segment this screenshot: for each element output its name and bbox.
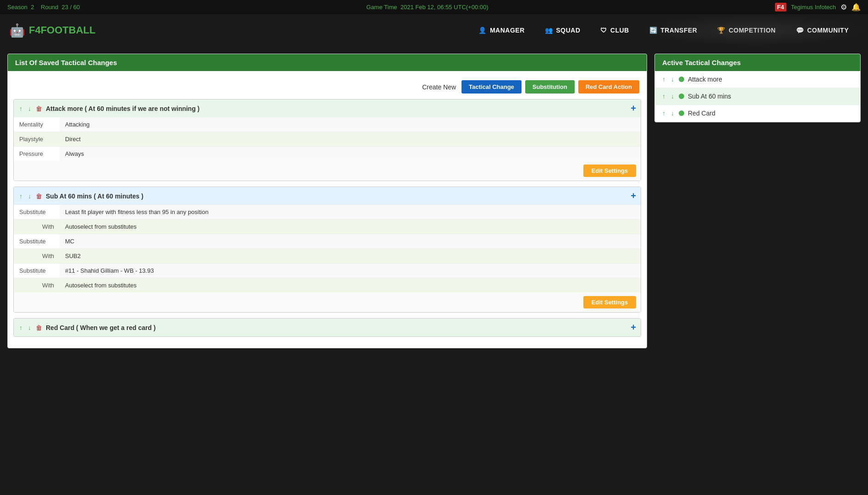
expand-sub60[interactable] [631, 191, 636, 201]
nav-items: 👤 MANAGER 👥 SQUAD 🛡 CLUB 🔄 TRANSFER 🏆 CO… [468, 14, 859, 46]
label-playstyle: Playstyle [14, 132, 60, 147]
settings-table-sub60: Substitute Least fit player with fitness… [14, 205, 641, 292]
gametime-value: 2021 Feb 12, 06:55 UTC(+00:00) [401, 4, 489, 11]
label-sub2: Substitute [14, 234, 60, 249]
table-row: With Autoselect from substitutes [14, 278, 641, 293]
change-block-attack-more: Attack more ( At 60 minutes if we are no… [13, 99, 641, 181]
btn-substitution[interactable]: Substitution [525, 80, 575, 94]
transfer-label: TRANSFER [660, 27, 697, 34]
value-with1: Autoselect from substitutes [60, 220, 641, 234]
table-row: Playstyle Direct [14, 132, 641, 147]
arrow-down-attack-more[interactable] [27, 105, 32, 112]
main-content: List Of Saved Tactical Changes Create Ne… [0, 46, 868, 356]
btn-edit-attack-more[interactable]: Edit Settings [583, 165, 636, 177]
right-panel: Active Tactical Changes Attack more Sub … [654, 54, 861, 122]
arrow-down-redcard[interactable] [27, 324, 32, 331]
value-sub2: MC [60, 234, 641, 249]
nav-item-club[interactable]: 🛡 CLUB [590, 14, 639, 46]
manager-label: MANAGER [490, 27, 525, 34]
nav-item-transfer[interactable]: 🔄 TRANSFER [639, 14, 708, 46]
label-with2: With [14, 249, 60, 264]
nav-item-competition[interactable]: 🏆 COMPETITION [707, 14, 786, 46]
arrow-down-active-attack[interactable] [670, 76, 675, 83]
change-header-attack-more: Attack more ( At 60 minutes if we are no… [14, 99, 641, 117]
round-value: 23 / 60 [62, 4, 80, 11]
expand-attack-more[interactable] [631, 103, 636, 114]
club-label: CLUB [610, 27, 629, 34]
squad-icon: 👥 [545, 27, 553, 34]
value-sub3: #11 - Shahid Gilliam - WB - 13.93 [60, 264, 641, 278]
active-name-attack: Attack more [688, 76, 854, 83]
user-info: F4 Tegimus Infotech ⚙ 🔔 [775, 3, 861, 11]
logo-icon: 🤖 [9, 23, 25, 38]
value-playstyle: Direct [60, 132, 641, 147]
nav-item-community[interactable]: 💬 COMMUNITY [786, 14, 859, 46]
transfer-icon: 🔄 [649, 27, 658, 34]
edit-row-sub60: Edit Settings [14, 292, 641, 312]
active-item-attack-more: Attack more [655, 71, 860, 88]
round-label: Round [41, 4, 58, 11]
delete-sub60[interactable] [36, 192, 42, 200]
table-row: Substitute #11 - Shahid Gilliam - WB - 1… [14, 264, 641, 278]
table-row: With Autoselect from substitutes [14, 220, 641, 234]
create-new-row: Create New Tactical Change Substitution … [13, 77, 641, 99]
arrow-up-attack-more[interactable] [18, 105, 23, 112]
active-item-sub60: Sub At 60 mins [655, 88, 860, 105]
manager-icon: 👤 [478, 27, 487, 34]
top-bar: Season 2 Round 23 / 60 Game Time 2021 Fe… [0, 0, 868, 14]
competition-label: COMPETITION [729, 27, 776, 34]
season-info: Season 2 Round 23 / 60 [7, 4, 80, 11]
arrow-up-active-redcard[interactable] [661, 110, 666, 117]
label-sub1: Substitute [14, 205, 60, 220]
season-label: Season [7, 4, 27, 11]
logo-text: F4FOOTBALL [29, 24, 95, 36]
left-panel: List Of Saved Tactical Changes Create Ne… [7, 54, 647, 348]
change-header-redcard: Red Card ( When we get a red card ) [14, 319, 641, 336]
competition-icon: 🏆 [717, 27, 725, 34]
arrow-down-sub60[interactable] [27, 192, 32, 200]
arrow-up-active-sub60[interactable] [661, 93, 666, 100]
label-pressure: Pressure [14, 147, 60, 161]
arrow-up-redcard[interactable] [18, 324, 23, 331]
expand-redcard[interactable] [631, 322, 636, 333]
nav: 🤖 F4FOOTBALL 👤 MANAGER 👥 SQUAD 🛡 CLUB 🔄 … [0, 14, 868, 46]
right-panel-header: Active Tactical Changes [655, 54, 860, 71]
settings-table-attack-more: Mentality Attacking Playstyle Direct Pre… [14, 117, 641, 161]
arrow-up-sub60[interactable] [18, 192, 23, 200]
nav-item-manager[interactable]: 👤 MANAGER [468, 14, 534, 46]
delete-redcard[interactable] [36, 324, 42, 332]
logo-badge: F4 [775, 3, 786, 11]
gametime-label: Game Time [366, 4, 397, 11]
label-with3: With [14, 278, 60, 293]
active-dot-redcard [679, 110, 684, 116]
settings-icon[interactable]: ⚙ [841, 3, 847, 11]
table-row: Substitute Least fit player with fitness… [14, 205, 641, 220]
arrow-down-active-sub60[interactable] [670, 93, 675, 100]
delete-attack-more[interactable] [36, 104, 42, 113]
game-time: Game Time 2021 Feb 12, 06:55 UTC(+00:00) [366, 4, 488, 11]
arrow-down-active-redcard[interactable] [670, 110, 675, 117]
btn-edit-sub60[interactable]: Edit Settings [583, 296, 636, 308]
nav-item-squad[interactable]: 👥 SQUAD [535, 14, 591, 46]
squad-label: SQUAD [556, 27, 580, 34]
table-row: With SUB2 [14, 249, 641, 264]
label-mentality: Mentality [14, 117, 60, 132]
table-row: Substitute MC [14, 234, 641, 249]
change-title-attack-more: Attack more ( At 60 minutes if we are no… [46, 105, 627, 112]
value-sub1: Least fit player with fitness less than … [60, 205, 641, 220]
active-name-redcard: Red Card [688, 110, 854, 117]
btn-tactical-change[interactable]: Tactical Change [461, 80, 522, 94]
btn-red-card-action[interactable]: Red Card Action [578, 80, 639, 94]
left-panel-header: List Of Saved Tactical Changes [8, 54, 647, 71]
club-icon: 🛡 [600, 27, 607, 34]
label-sub3: Substitute [14, 264, 60, 278]
active-dot-sub60 [679, 94, 684, 99]
nav-logo[interactable]: 🤖 F4FOOTBALL [9, 23, 95, 38]
season-value: 2 [31, 4, 34, 11]
notification-icon[interactable]: 🔔 [852, 3, 861, 11]
left-panel-body: Create New Tactical Change Substitution … [8, 71, 647, 348]
change-block-redcard: Red Card ( When we get a red card ) [13, 318, 641, 337]
arrow-up-active-attack[interactable] [661, 76, 666, 83]
table-row: Pressure Always [14, 147, 641, 161]
change-title-sub60: Sub At 60 mins ( At 60 minutes ) [46, 192, 627, 200]
